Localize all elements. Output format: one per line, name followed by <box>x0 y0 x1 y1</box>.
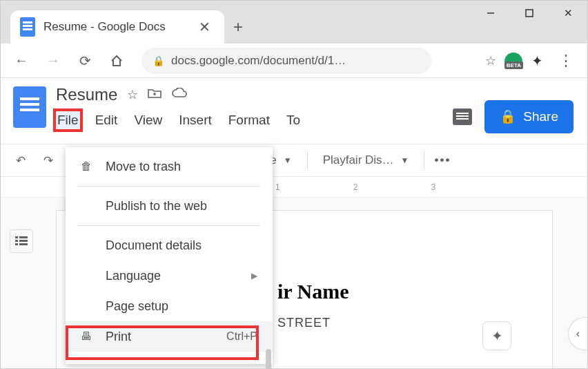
new-tab-button[interactable]: + <box>224 13 252 41</box>
browser-tab[interactable]: Resume - Google Docs ✕ <box>10 10 224 44</box>
forward-button[interactable]: → <box>39 47 67 75</box>
docs-menubar: File Edit View Insert Format To <box>56 111 453 129</box>
menu-item-document-details[interactable]: Document details <box>66 230 273 261</box>
menu-insert[interactable]: Insert <box>177 111 213 129</box>
svg-rect-2 <box>15 236 18 238</box>
browser-toolbar: ← → ⟳ 🔒 docs.google.com/document/d/1… ☆ … <box>1 44 587 78</box>
menu-item-publish-web[interactable]: Publish to the web <box>66 191 273 221</box>
extensions-icon[interactable]: ✦ <box>531 53 543 69</box>
svg-rect-5 <box>19 240 28 242</box>
svg-rect-3 <box>19 236 28 238</box>
chevron-down-icon: ▼ <box>401 155 409 165</box>
cloud-status-icon[interactable] <box>171 88 188 102</box>
docs-header: Resume ☆ File Edit View Insert Format To… <box>1 78 587 144</box>
separator <box>78 186 260 187</box>
svg-rect-1 <box>526 10 533 17</box>
undo-button[interactable]: ↶ <box>12 151 30 171</box>
move-document-icon[interactable] <box>148 88 161 102</box>
menu-item-page-setup[interactable]: Page setup <box>66 291 273 321</box>
beta-extension-icon[interactable]: BETA <box>504 53 523 69</box>
reload-button[interactable]: ⟳ <box>71 47 99 75</box>
docs-logo-icon[interactable] <box>13 86 46 128</box>
separator <box>424 151 424 169</box>
close-tab-icon[interactable]: ✕ <box>195 19 215 35</box>
menu-item-print[interactable]: 🖶 Print Ctrl+P <box>66 321 273 352</box>
share-button[interactable]: 🔒 Share <box>484 100 574 133</box>
font-family-dropdown[interactable]: Playfair Dis… ▼ <box>317 153 415 167</box>
menu-view[interactable]: View <box>133 111 164 129</box>
separator <box>78 225 260 226</box>
explore-button[interactable]: ✦ <box>482 321 511 350</box>
menu-scrollbar-thumb[interactable] <box>266 349 271 369</box>
chevron-down-icon: ▼ <box>284 155 292 165</box>
maximize-button[interactable] <box>510 1 549 26</box>
chrome-menu-icon[interactable]: ⋮ <box>551 52 580 70</box>
svg-rect-7 <box>19 243 28 245</box>
keyboard-shortcut: Ctrl+P <box>226 330 257 343</box>
docs-favicon <box>20 17 35 37</box>
menu-edit[interactable]: Edit <box>94 111 119 129</box>
toolbar-overflow-button[interactable]: ••• <box>434 153 451 167</box>
window-titlebar: Resume - Google Docs ✕ + ✕ <box>1 1 587 44</box>
window-controls: ✕ <box>471 1 587 26</box>
tab-title: Resume - Google Docs <box>43 20 186 34</box>
file-menu-dropdown: 🗑 Move to trash Publish to the web Docum… <box>66 147 273 364</box>
star-document-icon[interactable]: ☆ <box>127 87 138 102</box>
redo-button[interactable]: ↷ <box>39 151 57 171</box>
menu-tools-cut[interactable]: To <box>285 111 302 129</box>
home-button[interactable] <box>103 47 130 75</box>
bookmark-star-icon[interactable]: ☆ <box>485 53 496 68</box>
resume-name-heading: ir Name <box>277 280 525 303</box>
svg-rect-4 <box>15 240 18 242</box>
print-icon: 🖶 <box>78 330 95 343</box>
menu-file[interactable]: File <box>56 111 80 129</box>
minimize-button[interactable] <box>471 1 510 26</box>
separator <box>307 151 308 169</box>
close-window-button[interactable]: ✕ <box>549 1 587 26</box>
trash-icon: 🗑 <box>78 160 95 173</box>
back-button[interactable]: ← <box>8 47 35 75</box>
menu-item-language[interactable]: Language ▶ <box>66 261 273 291</box>
svg-rect-6 <box>15 243 18 245</box>
menu-item-move-to-trash[interactable]: 🗑 Move to trash <box>66 151 273 182</box>
document-outline-button[interactable] <box>10 229 33 253</box>
lock-icon: 🔒 <box>500 108 516 124</box>
menu-format[interactable]: Format <box>227 111 271 129</box>
document-title[interactable]: Resume <box>56 85 117 104</box>
lock-icon: 🔒 <box>153 55 164 66</box>
address-bar[interactable]: 🔒 docs.google.com/document/d/1… <box>141 48 431 74</box>
url-text: docs.google.com/document/d/1… <box>171 54 346 68</box>
comments-icon[interactable] <box>453 108 472 125</box>
submenu-arrow-icon: ▶ <box>251 271 257 281</box>
